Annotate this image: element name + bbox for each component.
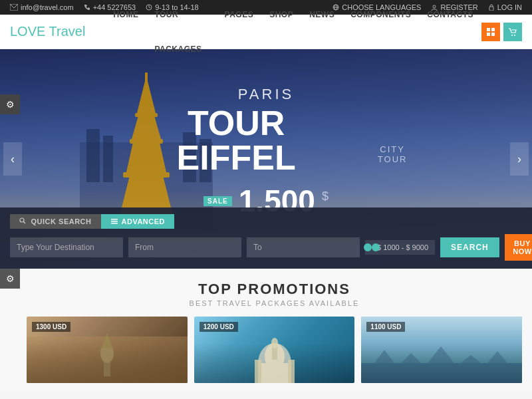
- svg-marker-46: [401, 353, 421, 363]
- promo-card-1[interactable]: 1300 USD: [27, 317, 188, 383]
- svg-marker-37: [102, 333, 112, 348]
- price-range-label: $ 1000 - $ 9000: [377, 243, 428, 251]
- promo-card-3[interactable]: 1100 USD: [361, 317, 522, 383]
- carousel-next[interactable]: ›: [510, 142, 529, 176]
- advanced-search-tab[interactable]: ADVANCED: [101, 214, 175, 229]
- nav-contacts[interactable]: CONTACTS: [419, 0, 481, 32]
- promotion-cards: 1300 USD 1200 USD: [27, 317, 522, 383]
- card-1-price: 1300 USD: [32, 322, 70, 332]
- svg-point-29: [20, 218, 24, 222]
- svg-marker-47: [428, 346, 454, 363]
- svg-rect-31: [111, 219, 118, 220]
- svg-marker-48: [461, 355, 481, 363]
- promo-card-2[interactable]: 1200 USD: [194, 317, 355, 383]
- hero-section: ‹ › ⚙ PARIS TOUR EIFFEL CITY TOUR SALE 1…: [0, 49, 532, 269]
- cart-icon-button[interactable]: [503, 23, 522, 41]
- promotions-subtitle: BEST TRAVEL PACKAGES AVAILABLE: [27, 299, 522, 307]
- svg-rect-33: [111, 223, 118, 224]
- logo[interactable]: LOVE Travel: [10, 24, 85, 39]
- search-button[interactable]: SEARCH: [440, 237, 499, 257]
- search-bar: QUICK SEARCH ADVANCED $ 1000 - $ 9000 SE…: [0, 207, 532, 269]
- carousel-prev[interactable]: ‹: [3, 142, 22, 176]
- svg-rect-15: [103, 136, 113, 182]
- settings-gear-bottom[interactable]: ⚙: [0, 269, 20, 289]
- card-3-price: 1100 USD: [366, 322, 405, 332]
- hero-currency: $: [322, 190, 329, 203]
- promotions-header: TOP PROMOTIONS BEST TRAVEL PACKAGES AVAI…: [27, 281, 522, 307]
- nav-components[interactable]: COMPONENTS: [342, 0, 419, 32]
- login-link[interactable]: LOG IN: [488, 3, 522, 11]
- nav-icons: [481, 23, 522, 41]
- navbar: LOVE Travel HOME TOUR PACKAGES PAGES SHO…: [0, 15, 532, 49]
- svg-rect-10: [491, 33, 495, 36]
- svg-marker-45: [374, 350, 394, 363]
- nav-links: HOME TOUR PACKAGES PAGES SHOP NEWS COMPO…: [105, 0, 481, 66]
- svg-rect-8: [491, 28, 495, 31]
- svg-marker-49: [487, 351, 507, 363]
- svg-rect-9: [487, 33, 490, 36]
- buy-now-button[interactable]: BUY NOW: [505, 234, 532, 261]
- destination-input[interactable]: [10, 237, 123, 257]
- svg-rect-44: [361, 363, 522, 383]
- search-inputs-row: $ 1000 - $ 9000 SEARCH BUY NOW: [10, 234, 522, 261]
- hero-city-tour: CITY TOUR: [366, 144, 419, 164]
- from-input[interactable]: [128, 237, 241, 257]
- promotions-title: TOP PROMOTIONS: [27, 281, 522, 298]
- quick-search-tab[interactable]: QUICK SEARCH: [10, 214, 101, 229]
- nav-tour-packages[interactable]: TOUR PACKAGES: [146, 0, 216, 66]
- svg-rect-6: [489, 7, 493, 11]
- nav-home[interactable]: HOME: [105, 0, 146, 32]
- svg-point-41: [271, 338, 278, 348]
- svg-rect-43: [288, 360, 295, 383]
- nav-news[interactable]: NEWS: [301, 0, 342, 32]
- hero-title: TOUR EIFFEL: [133, 106, 339, 175]
- to-input[interactable]: [247, 237, 360, 257]
- search-tabs: QUICK SEARCH ADVANCED: [10, 214, 522, 229]
- svg-rect-32: [111, 221, 118, 222]
- svg-rect-14: [86, 129, 100, 182]
- sale-badge: SALE: [203, 196, 232, 206]
- settings-gear-top[interactable]: ⚙: [0, 94, 20, 114]
- promotions-section: TOP PROMOTIONS BEST TRAVEL PACKAGES AVAI…: [0, 269, 532, 391]
- svg-rect-42: [255, 360, 261, 383]
- svg-rect-28: [145, 72, 148, 82]
- nav-shop[interactable]: SHOP: [261, 0, 301, 32]
- price-range-slider[interactable]: $ 1000 - $ 9000: [365, 240, 435, 255]
- svg-line-30: [24, 222, 26, 224]
- svg-rect-7: [487, 28, 490, 31]
- grid-icon-button[interactable]: [481, 23, 500, 41]
- hero-paris-label: PARIS: [133, 86, 399, 103]
- card-2-price: 1200 USD: [200, 322, 238, 332]
- svg-point-11: [511, 35, 513, 36]
- svg-point-12: [514, 35, 515, 36]
- email-info: info@travel.com: [10, 3, 74, 11]
- nav-pages[interactable]: PAGES: [217, 0, 262, 32]
